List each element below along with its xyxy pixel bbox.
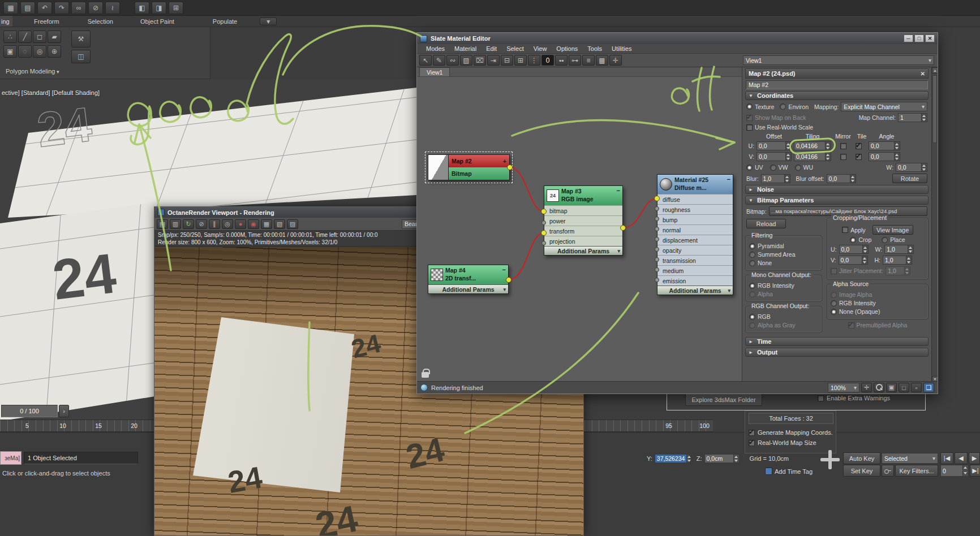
polygon-mode-icon[interactable]: ▰ bbox=[48, 31, 61, 43]
u-angle-field[interactable]: 0,0 bbox=[869, 141, 895, 150]
v-offset-field[interactable]: 0,0 bbox=[757, 152, 786, 161]
slot-projection[interactable]: projection bbox=[544, 236, 622, 246]
wu-radio[interactable] bbox=[795, 165, 801, 171]
image-alpha-radio[interactable] bbox=[831, 292, 837, 298]
u-tiling-field[interactable]: 0,04166 bbox=[794, 141, 826, 150]
layout-children-icon[interactable]: ⋮ bbox=[528, 55, 540, 66]
play-button[interactable]: ▶ bbox=[969, 452, 980, 464]
alpha-radio[interactable] bbox=[749, 291, 755, 297]
generate-mapping-coords-checkbox[interactable] bbox=[749, 430, 755, 436]
texture-radio[interactable] bbox=[746, 103, 753, 110]
current-frame-field[interactable]: 0 bbox=[940, 465, 963, 477]
uv-radio[interactable] bbox=[746, 165, 753, 171]
rollout-time[interactable]: Time bbox=[745, 337, 929, 346]
node-map3[interactable]: 24 Map #3 RGB image bitmap power transfo… bbox=[544, 185, 623, 256]
lock-camera-icon[interactable]: ⊘ bbox=[196, 219, 207, 229]
none-opaque-radio[interactable] bbox=[831, 309, 837, 315]
slot-emission[interactable]: emission bbox=[657, 275, 733, 286]
jitter-field[interactable]: 1,0 bbox=[886, 266, 905, 275]
slate-material-editor-window[interactable]: Slate Material Editor ─ □ ✕ Modes Materi… bbox=[416, 32, 938, 394]
loop-select-icon[interactable]: ◌ bbox=[18, 45, 32, 58]
ribbon-minimize-icon[interactable]: ▾ bbox=[260, 18, 277, 25]
v-angle-field[interactable]: 0,0 bbox=[869, 152, 895, 161]
real-world-map-size-checkbox[interactable] bbox=[749, 440, 755, 446]
maxscript-mini-listener[interactable]: зеМа] bbox=[0, 451, 22, 465]
put-to-library-icon[interactable]: ∾ bbox=[446, 55, 459, 66]
minimize-button[interactable]: ─ bbox=[904, 34, 913, 42]
place-radio[interactable] bbox=[882, 237, 888, 243]
menu-tools[interactable]: Tools bbox=[583, 45, 607, 53]
fit-screen-icon[interactable]: ▦ bbox=[261, 219, 272, 229]
save-image-icon[interactable]: ▥ bbox=[170, 219, 181, 229]
tab-populate[interactable]: Populate bbox=[205, 17, 245, 26]
enable-extra-warnings-checkbox[interactable] bbox=[818, 395, 824, 401]
tab-freeform[interactable]: Freeform bbox=[26, 17, 67, 26]
rgb-intensity-radio[interactable] bbox=[749, 283, 755, 289]
show-map-on-back-checkbox[interactable] bbox=[746, 115, 753, 121]
environ-radio[interactable] bbox=[780, 103, 786, 110]
close-params-icon[interactable]: ✕ bbox=[921, 71, 925, 77]
slot-roughness[interactable]: roughness bbox=[657, 204, 733, 214]
slot-displacement[interactable]: displacement bbox=[657, 235, 733, 245]
bind-to-space-warp-icon[interactable]: ≀ bbox=[105, 2, 120, 14]
slot-opacity[interactable]: opacity bbox=[657, 245, 733, 255]
border-mode-icon[interactable]: ◻ bbox=[33, 31, 46, 43]
image-settings-icon[interactable]: ▨ bbox=[287, 219, 298, 229]
crop-u-field[interactable]: 0,0 bbox=[839, 245, 863, 254]
layout-all-icon[interactable]: ⊞ bbox=[514, 55, 527, 66]
select-and-link-icon[interactable]: ∞ bbox=[71, 2, 86, 14]
crop-w-field[interactable]: 1,0 bbox=[884, 245, 908, 254]
viewport-shading-label[interactable]: ective] [Standard] [Default Shading] bbox=[2, 89, 100, 96]
y-coordinate-field[interactable]: 37,526234 bbox=[655, 454, 687, 463]
region-render-icon[interactable]: ◉ bbox=[248, 219, 259, 229]
align-icon[interactable]: ◨ bbox=[152, 2, 166, 14]
crop-h-field[interactable]: 1,0 bbox=[883, 256, 906, 265]
menu-view[interactable]: View bbox=[529, 45, 552, 53]
tab-view1[interactable]: View1 bbox=[419, 67, 450, 76]
blur-field[interactable]: 1,0 bbox=[761, 174, 785, 183]
ring-select-icon[interactable]: ◎ bbox=[33, 45, 46, 58]
rollout-coordinates[interactable]: Coordinates bbox=[745, 91, 929, 100]
go-to-end-button[interactable]: ▶| bbox=[970, 465, 980, 477]
auto-key-button[interactable]: Auto Key bbox=[843, 452, 880, 464]
crop-radio[interactable] bbox=[850, 237, 856, 243]
menu-options[interactable]: Options bbox=[552, 45, 582, 53]
next-frame-button[interactable]: › bbox=[59, 405, 69, 417]
alpha-rgb-intensity-radio[interactable] bbox=[831, 300, 837, 306]
slot-transmission[interactable]: transmission bbox=[657, 255, 733, 265]
collapse-node-icon[interactable] bbox=[617, 187, 620, 194]
v-mirror-checkbox[interactable] bbox=[840, 154, 846, 160]
tab-object-paint[interactable]: Object Paint bbox=[132, 17, 182, 26]
rgb-radio[interactable] bbox=[749, 314, 755, 320]
expand-node-icon[interactable]: + bbox=[503, 158, 506, 165]
hide-unused-slots-icon[interactable]: ⊟ bbox=[501, 55, 513, 66]
restart-render-icon[interactable]: ↻ bbox=[183, 219, 194, 229]
map-channel-field[interactable]: 1 bbox=[898, 113, 922, 122]
go-to-start-button[interactable]: |◀ bbox=[940, 452, 953, 464]
vertex-mode-icon[interactable]: ∴ bbox=[3, 31, 17, 43]
camera-icon[interactable]: ● bbox=[235, 219, 246, 229]
selection-set-dropdown[interactable]: Selected bbox=[882, 453, 938, 464]
rollout-bitmap-parameters[interactable]: Bitmap Parameters bbox=[745, 196, 929, 205]
set-keys-icon-button[interactable] bbox=[882, 465, 894, 477]
slot-medium[interactable]: medium bbox=[657, 265, 733, 275]
delete-selected-icon[interactable]: ⌧ bbox=[474, 55, 486, 66]
maximize-button[interactable]: □ bbox=[914, 34, 924, 42]
scrollbar-thumb[interactable] bbox=[932, 75, 937, 143]
slot-diffuse[interactable]: diffuse bbox=[657, 194, 733, 204]
mirror-icon[interactable]: ◧ bbox=[135, 2, 149, 14]
preview-toggle-icon[interactable]: ◫ bbox=[71, 50, 91, 63]
tab-selection[interactable]: Selection bbox=[80, 17, 121, 26]
show-map-in-viewport-icon[interactable]: ▧ bbox=[460, 55, 472, 66]
close-button[interactable]: ✕ bbox=[925, 34, 935, 42]
pan-navigation-icon[interactable] bbox=[818, 448, 842, 472]
slot-bump[interactable]: bump bbox=[657, 214, 733, 224]
mapping-dropdown[interactable]: Explicit Map Channel bbox=[841, 102, 927, 111]
frame-range-field[interactable]: 0 / 100 bbox=[1, 405, 58, 417]
node-map2[interactable]: Map #2+ Bitmap bbox=[428, 154, 510, 180]
background-toggle-icon[interactable]: ▩ bbox=[596, 55, 608, 66]
active-view-dropdown[interactable]: View1 bbox=[743, 55, 934, 65]
scene-explorer-icon[interactable]: ▦ bbox=[3, 2, 18, 14]
menu-utilities[interactable]: Utilities bbox=[607, 45, 636, 53]
additional-params-bar[interactable]: Additional Params bbox=[544, 246, 622, 255]
